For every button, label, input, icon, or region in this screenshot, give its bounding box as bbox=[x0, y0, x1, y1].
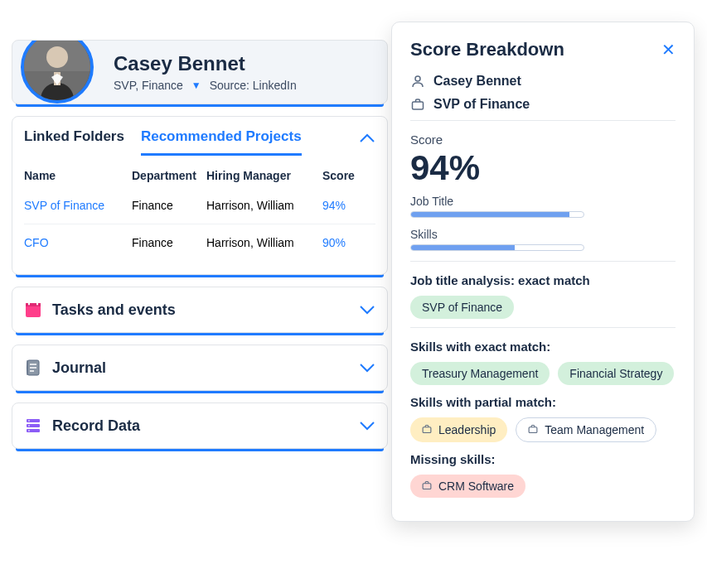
job-title-analysis-heading: Job title analysis: exact match bbox=[410, 273, 676, 287]
col-manager: Hiring Manager bbox=[206, 169, 322, 182]
svg-rect-18 bbox=[28, 431, 30, 431]
chip-label: Leadership bbox=[438, 423, 496, 436]
svg-point-2 bbox=[46, 46, 68, 68]
close-icon[interactable]: ✕ bbox=[661, 40, 676, 60]
svg-rect-22 bbox=[529, 427, 537, 433]
svg-rect-7 bbox=[36, 302, 38, 306]
record-data-title: Record Data bbox=[52, 417, 140, 435]
job-title-progress bbox=[410, 211, 584, 218]
record-data-section-header[interactable]: Record Data bbox=[12, 402, 388, 449]
missing-skills-heading: Missing skills: bbox=[410, 452, 676, 466]
journal-section-header[interactable]: Journal bbox=[12, 345, 388, 391]
project-department: Finance bbox=[132, 199, 206, 212]
profile-header: Casey Bennet SVP, Finance ▼ Source: Link… bbox=[12, 40, 388, 104]
briefcase-icon bbox=[410, 97, 425, 112]
divider bbox=[410, 261, 676, 262]
person-icon bbox=[410, 74, 425, 89]
project-name-link[interactable]: CFO bbox=[24, 236, 132, 249]
chevron-down-icon[interactable] bbox=[359, 420, 375, 431]
chevron-down-icon[interactable] bbox=[359, 304, 375, 316]
chip-label: CRM Software bbox=[438, 480, 514, 493]
skills-progress bbox=[410, 244, 584, 251]
projects-card: Linked Folders Recommended Projects Name… bbox=[12, 116, 388, 275]
breakdown-title: Score Breakdown bbox=[410, 39, 564, 60]
col-department: Department bbox=[132, 169, 206, 182]
avatar[interactable] bbox=[21, 40, 94, 104]
chip-label: Team Management bbox=[545, 423, 644, 436]
partial-skills-heading: Skills with partial match: bbox=[410, 395, 676, 409]
project-department: Finance bbox=[132, 236, 206, 249]
exact-skill-chip: Financial Strategy bbox=[558, 362, 674, 385]
table-row: SVP of Finance Finance Harrison, William… bbox=[24, 187, 375, 224]
score-breakdown-panel: Score Breakdown ✕ Casey Bennet SVP of Fi… bbox=[391, 22, 695, 522]
journal-title: Journal bbox=[52, 359, 106, 377]
record-data-icon bbox=[24, 417, 42, 435]
exact-skills-heading: Skills with exact match: bbox=[410, 340, 676, 354]
project-manager: Harrison, William bbox=[206, 199, 322, 212]
job-title-label: Job Title bbox=[410, 195, 676, 208]
job-title-match-chip: SVP of Finance bbox=[410, 296, 514, 319]
project-score-link[interactable]: 94% bbox=[322, 199, 372, 212]
tasks-title: Tasks and events bbox=[52, 301, 176, 319]
col-name: Name bbox=[24, 169, 132, 182]
briefcase-icon bbox=[422, 480, 433, 492]
project-score-link[interactable]: 90% bbox=[322, 236, 372, 249]
briefcase-icon bbox=[422, 424, 433, 436]
svg-rect-23 bbox=[423, 484, 431, 489]
divider bbox=[410, 120, 676, 121]
collapse-chevron-up-icon[interactable] bbox=[359, 133, 375, 152]
skills-label: Skills bbox=[410, 228, 676, 241]
divider bbox=[410, 327, 676, 328]
person-name: Casey Bennet bbox=[114, 52, 297, 75]
table-row: CFO Finance Harrison, William 90% bbox=[24, 224, 375, 261]
partial-skill-chip: Team Management bbox=[516, 417, 656, 442]
journal-icon bbox=[24, 359, 42, 377]
tab-linked-folders[interactable]: Linked Folders bbox=[24, 128, 124, 156]
source-label: Source: LinkedIn bbox=[210, 79, 297, 92]
breakdown-name: Casey Bennet bbox=[433, 74, 521, 89]
score-label: Score bbox=[410, 133, 676, 147]
svg-rect-20 bbox=[413, 102, 424, 109]
exact-skill-chip: Treasury Management bbox=[410, 362, 550, 385]
avatar-image bbox=[24, 40, 90, 100]
svg-rect-6 bbox=[28, 302, 30, 306]
chevron-down-icon[interactable] bbox=[359, 362, 375, 374]
person-title: SVP, Finance bbox=[114, 79, 183, 92]
briefcase-icon bbox=[528, 424, 540, 436]
skills-progress-fill bbox=[411, 245, 515, 250]
breakdown-role: SVP of Finance bbox=[433, 97, 530, 112]
svg-rect-16 bbox=[28, 421, 30, 422]
tasks-section-header[interactable]: Tasks and events bbox=[12, 287, 388, 333]
col-score: Score bbox=[322, 169, 372, 182]
missing-skill-chip: CRM Software bbox=[410, 475, 525, 498]
project-manager: Harrison, William bbox=[206, 236, 322, 249]
title-dropdown-caret-icon[interactable]: ▼ bbox=[191, 80, 201, 91]
project-name-link[interactable]: SVP of Finance bbox=[24, 199, 132, 212]
svg-rect-21 bbox=[423, 427, 431, 433]
svg-rect-17 bbox=[28, 426, 30, 427]
job-title-progress-fill bbox=[411, 212, 569, 217]
tab-recommended-projects[interactable]: Recommended Projects bbox=[141, 128, 302, 156]
partial-skill-chip: Leadership bbox=[410, 417, 507, 442]
score-value: 94% bbox=[410, 148, 676, 188]
tasks-icon bbox=[24, 301, 42, 319]
svg-point-19 bbox=[415, 76, 420, 81]
svg-rect-5 bbox=[26, 303, 41, 306]
